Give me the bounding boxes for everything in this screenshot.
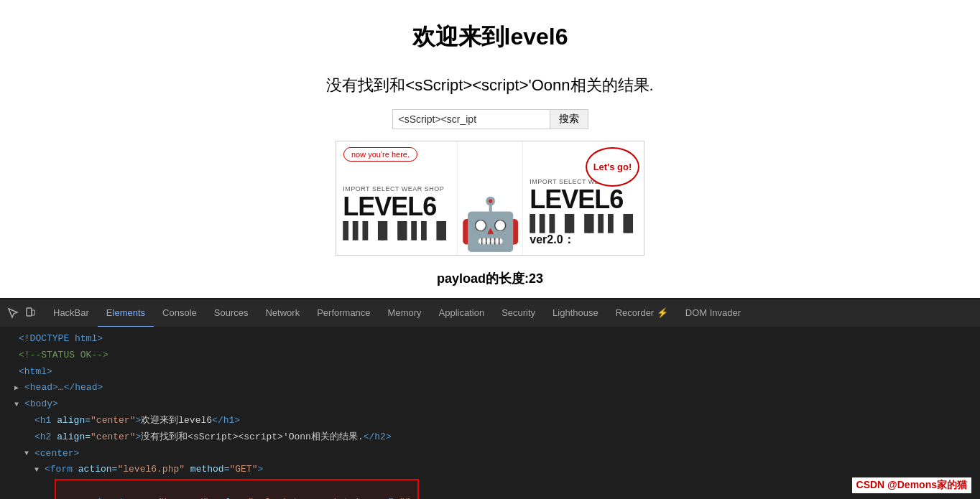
left-level-text: LEVEL6 xyxy=(343,194,450,220)
code-line-3: <html> xyxy=(0,364,980,381)
tab-dominvader[interactable]: DOM Invader xyxy=(677,299,749,327)
tab-performance[interactable]: Performance xyxy=(308,299,379,327)
robot-icon: 🤖 xyxy=(459,199,522,249)
search-bar: 搜索 xyxy=(392,109,588,129)
devtools-icon-group xyxy=(6,306,37,320)
code-line-8: ▼ <center> xyxy=(0,446,980,462)
tab-security[interactable]: Security xyxy=(493,299,544,327)
search-input[interactable] xyxy=(392,109,550,129)
tab-elements[interactable]: Elements xyxy=(98,299,154,327)
code-line-7: <h2 align="center">没有找到和<sScript><script… xyxy=(0,429,980,446)
page-content: 欢迎来到level6 没有找到和<sScript><script>'Oonn相关… xyxy=(0,0,980,298)
banner-right: Let's go! IMPORT SELECT WEAR SHOP LEVEL6… xyxy=(522,141,644,255)
code-line-9: ▼ <form action="level6.php" method="GET"… xyxy=(0,462,980,478)
tab-hackbar[interactable]: HackBar xyxy=(45,299,98,327)
search-button[interactable]: 搜索 xyxy=(550,109,588,129)
ver-text: ver2.0： xyxy=(530,233,637,248)
tab-lighthouse[interactable]: Lighthouse xyxy=(544,299,607,327)
left-barcode: ▌▌▌▐▌▐▌▌▌▐▌ xyxy=(343,221,450,240)
tab-console[interactable]: Console xyxy=(154,299,205,327)
svg-rect-1 xyxy=(32,310,34,315)
inspect-icon[interactable] xyxy=(6,306,20,320)
banner-center: 🤖 xyxy=(458,141,522,255)
result-text: 没有找到和<sScript><script>'Oonn相关的结果. xyxy=(326,75,653,96)
bubble-here: now you're here. xyxy=(343,147,417,162)
tab-memory[interactable]: Memory xyxy=(379,299,430,327)
devtools-elements-panel: <!DOCTYPE html> <!--STATUS OK--> <html> … xyxy=(0,327,980,499)
tab-network[interactable]: Network xyxy=(256,299,308,327)
code-line-10: <input name="keyword" value="<sScript><s… xyxy=(0,478,980,499)
payload-length: payload的长度:23 xyxy=(437,270,543,287)
device-icon[interactable] xyxy=(23,306,37,320)
right-barcode: ▌▌▌▐▌▐▌▌▌▐▌ xyxy=(530,214,637,233)
code-line-5: ▼ <body> xyxy=(0,396,980,413)
code-line-2: <!--STATUS OK--> xyxy=(0,348,980,364)
right-level-text: LEVEL6 xyxy=(530,187,637,213)
devtools-toolbar: HackBar Elements Console Sources Network… xyxy=(0,298,980,327)
bubble-letsgo: Let's go! xyxy=(586,147,639,187)
level6-banner: now you're here. IMPORT SELECT WEAR SHOP… xyxy=(336,141,644,256)
tab-recorder[interactable]: Recorder ⚡ xyxy=(607,299,677,327)
svg-rect-0 xyxy=(27,308,32,316)
code-line-1: <!DOCTYPE html> xyxy=(0,331,980,348)
code-line-6: <h1 align="center">欢迎来到level6</h1> xyxy=(0,413,980,429)
tab-sources[interactable]: Sources xyxy=(205,299,257,327)
csdn-watermark: CSDN @Demons家的猫 xyxy=(852,477,971,493)
banner-left: now you're here. IMPORT SELECT WEAR SHOP… xyxy=(336,141,458,255)
tab-application[interactable]: Application xyxy=(430,299,494,327)
page-title: 欢迎来到level6 xyxy=(412,22,568,53)
code-line-4: ▶ <head>…</head> xyxy=(0,380,980,396)
